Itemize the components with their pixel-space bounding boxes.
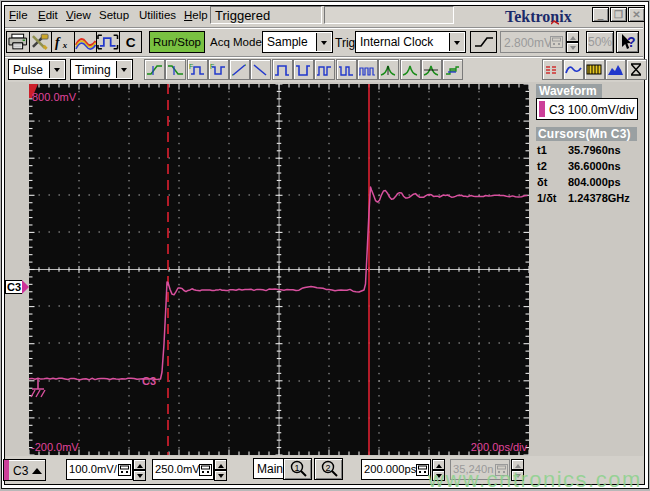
svg-text:2: 2 (325, 463, 330, 473)
svg-text:x: x (62, 40, 68, 50)
svg-text:-200.0mV: -200.0mV (31, 441, 79, 453)
svg-text:?: ? (627, 34, 636, 50)
svg-text:800.0mV: 800.0mV (32, 91, 77, 103)
svg-text:C3: C3 (142, 375, 156, 387)
svg-text:200.0ps/div: 200.0ps/div (471, 441, 528, 453)
svg-text:F: F (189, 63, 193, 70)
svg-text:C: C (125, 35, 135, 50)
svg-text:f: f (55, 35, 61, 50)
svg-text:1: 1 (294, 463, 299, 473)
